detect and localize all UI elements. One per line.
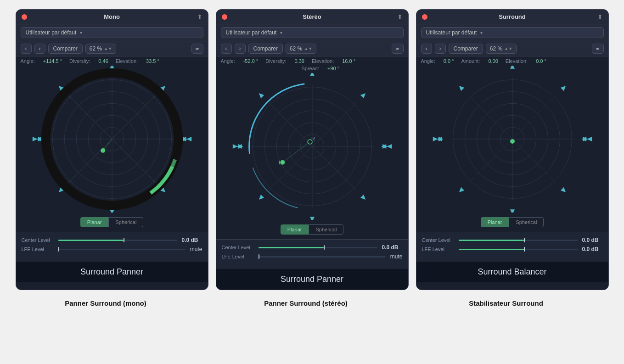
percent-control[interactable]: 62 % ▲▼ [286,44,316,54]
svg-marker-63 [560,187,567,194]
user-dropdown[interactable]: Utilisateur par défaut ▾ [421,27,604,38]
lfe-level-slider[interactable] [459,249,578,250]
lfe-level-row: LFE Level mute [22,246,202,252]
traffic-light-red[interactable] [22,14,27,20]
lfe-level-slider[interactable] [58,249,186,250]
radar-svg: LR [216,73,408,220]
lfe-level-slider[interactable] [259,256,386,258]
svg-marker-64 [510,209,515,213]
diversity-value: 0.46 [98,58,108,64]
upload-icon[interactable]: ⬆ [197,13,202,21]
spread-value: +90 ° [327,66,339,71]
percent-value: 62 % [290,45,302,52]
forward-button[interactable]: › [34,44,45,54]
caption-surround: Stabilisateur Surround [410,297,602,309]
forward-button[interactable]: › [235,44,246,54]
elevation-label: Elevation: [116,58,138,64]
params-row-1: Angle: 0.0 °Amount: 0.00Elevation: 0.0 ° [416,56,608,66]
link-button[interactable]: ⚭ [592,44,604,54]
back-button[interactable]: ‹ [221,44,232,54]
planar-button[interactable]: Planar [481,217,509,227]
back-button[interactable]: ‹ [21,44,32,54]
radar-area[interactable]: LR [216,73,408,220]
upload-icon[interactable]: ⬆ [397,13,403,21]
elevation-value: 16.0 ° [342,58,355,64]
mode-buttons: Planar Spherical [216,220,408,239]
user-dropdown[interactable]: Utilisateur par défaut ▾ [221,27,404,38]
svg-text:R: R [311,136,315,141]
dropdown-label: Utilisateur par défaut [226,29,277,36]
params-row-2: Spread: +90 ° [216,66,408,73]
svg-marker-60 [510,66,515,69]
titlebar: Surround ⬆ [416,10,608,24]
link-button[interactable]: ⚭ [392,44,404,54]
compare-button[interactable]: Comparer [449,44,483,54]
elevation-label: Elevation: [506,58,528,64]
params-row-1: Angle: +114.5 °Diversity: 0.46Elevation:… [16,56,208,66]
center-level-slider[interactable] [58,240,177,241]
panel-title: Surround [499,13,526,20]
planar-button[interactable]: Planar [281,224,309,235]
spherical-button[interactable]: Spherical [509,217,544,227]
svg-marker-17 [32,137,37,141]
radar-area[interactable] [416,66,608,213]
panel-mono: Mono ⬆ Utilisateur par défaut ▾ ‹ › Comp… [16,9,208,290]
svg-marker-34 [310,73,315,76]
compare-button[interactable]: Comparer [48,44,83,54]
svg-line-50 [282,142,310,162]
svg-marker-65 [457,187,464,194]
caption-stereo: Panner Surround (stéréo) [209,297,402,309]
lfe-level-label: LFE Level [22,246,54,252]
planar-button[interactable]: Planar [80,217,109,227]
svg-marker-41 [257,91,264,98]
percent-value: 62 % [90,45,102,52]
center-level-label: Center Level [22,237,54,243]
svg-marker-68 [433,137,438,141]
back-button[interactable]: ‹ [421,44,432,54]
center-level-row: Center Level 0.0 dB [222,244,403,251]
svg-point-72 [510,139,515,144]
traffic-light-red[interactable] [422,14,427,20]
svg-marker-35 [360,91,367,98]
spread-label: Spread: [302,66,320,71]
percent-control[interactable]: 62 % ▲▼ [486,44,517,54]
center-level-slider[interactable] [459,240,578,241]
level-section: Center Level 0.0 dB LFE Level mute [216,239,408,269]
center-level-row: Center Level 0.0 dB [422,237,603,243]
radar-area[interactable] [16,66,208,213]
compare-button[interactable]: Comparer [248,44,283,54]
user-dropdown[interactable]: Utilisateur par défaut ▾ [21,27,203,38]
titlebar: Stéréo ⬆ [216,10,408,24]
level-section: Center Level 0.0 dB LFE Level mute [16,232,208,262]
lfe-level-value: mute [390,253,403,260]
svg-marker-67 [457,84,464,91]
chevron-down-icon: ▾ [280,30,282,35]
dropdown-label: Utilisateur par défaut [426,29,477,36]
traffic-light-red[interactable] [222,14,227,20]
center-level-value: 0.0 dB [382,244,403,251]
panel-footer: Surround Panner [16,262,208,282]
forward-button[interactable]: › [435,44,446,54]
link-button[interactable]: ⚭ [191,44,203,54]
elevation-value: 0.0 ° [536,58,546,64]
center-level-slider[interactable] [259,247,377,248]
elevation-label: Elevation: [312,58,334,64]
svg-marker-42 [232,144,237,149]
spin-arrows-icon: ▲▼ [104,46,112,51]
percent-value: 62 % [490,45,502,52]
spherical-button[interactable]: Spherical [108,217,143,227]
panel-stereo: Stéréo ⬆ Utilisateur par défaut ▾ ‹ › Co… [216,9,409,290]
svg-marker-61 [560,84,567,91]
angle-label: Angle: [421,58,435,64]
center-level-value: 0.0 dB [182,237,202,243]
center-level-label: Center Level [222,245,254,250]
lfe-level-row: LFE Level 0.0 dB [422,246,603,252]
percent-control[interactable]: 62 % ▲▼ [85,44,116,54]
angle-value: -52.0 ° [243,58,259,64]
amount-label: Amount: [461,58,480,64]
lfe-level-label: LFE Level [222,254,254,259]
panel-title: Mono [104,13,120,20]
mode-buttons: Planar Spherical [16,213,208,232]
upload-icon[interactable]: ⬆ [597,13,603,21]
spherical-button[interactable]: Spherical [309,224,343,235]
